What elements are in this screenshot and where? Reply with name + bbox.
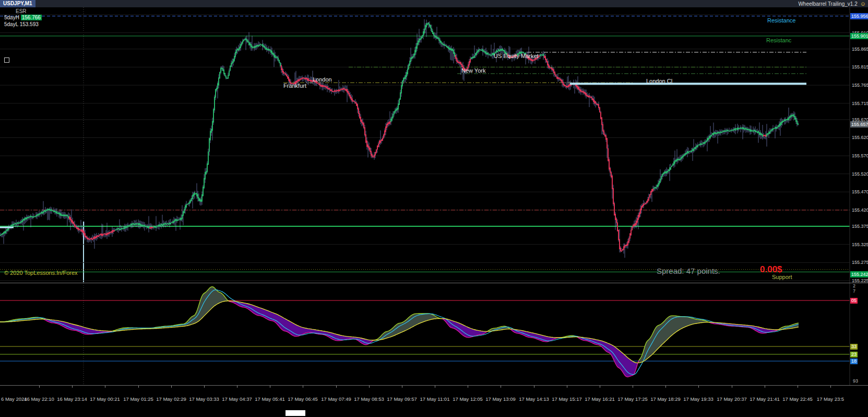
time-axis-label: 17 May 09:57 xyxy=(387,396,417,402)
time-axis-label: 17 May 07:49 xyxy=(321,396,351,402)
osc-level-marker: 18 xyxy=(850,358,858,364)
subwindow-separator-top[interactable] xyxy=(0,283,868,283)
resistance2-label: Resistanc xyxy=(766,37,791,43)
resistance2-price-marker: 155.901 xyxy=(850,33,868,39)
time-axis-tick xyxy=(72,386,73,388)
price-tick-label: 155.325 xyxy=(852,242,868,247)
osc-level-marker: 05 xyxy=(850,298,858,304)
candles-up xyxy=(0,22,799,236)
time-axis-tick xyxy=(303,386,303,388)
h-scrollbar-thumb[interactable] xyxy=(286,410,305,416)
time-axis-label: 17 May 23:5 xyxy=(817,396,844,402)
time-axis-tick xyxy=(665,386,666,388)
time-axis-label: 17 May 12:05 xyxy=(453,396,483,402)
candle-wicks xyxy=(1,19,798,258)
time-axis-tick xyxy=(798,386,798,388)
time-axis-tick xyxy=(237,386,237,388)
main-chart-layer xyxy=(0,15,850,281)
support-price-marker: 155.242 xyxy=(850,271,868,277)
time-axis-tick xyxy=(633,386,633,388)
time-axis-label: 17 May 16:21 xyxy=(585,396,615,402)
osc-level-marker: 33 xyxy=(850,344,858,350)
time-axis-label: 17 May 04:37 xyxy=(222,396,252,402)
time-axis-label: 17 May 03:33 xyxy=(189,396,219,402)
osc-fill-negative xyxy=(229,301,375,345)
price-tick-label: 155.375 xyxy=(852,224,868,229)
resistance-label: Resistance xyxy=(767,17,795,24)
price-tick-label: 155.715 xyxy=(852,101,868,106)
time-axis-tick xyxy=(698,386,699,388)
time-axis-label: 6 May 2024 xyxy=(1,396,27,402)
osc-fill-negative xyxy=(44,319,113,334)
resistance-price-marker: 155.956 xyxy=(850,13,868,19)
time-axis-tick xyxy=(39,386,40,388)
object-anchor[interactable] xyxy=(4,57,9,63)
time-axis-tick xyxy=(171,386,172,388)
price-tick-label: 155.520 xyxy=(852,171,868,177)
time-axis-tick xyxy=(336,386,337,388)
price-tick-label: 155.815 xyxy=(852,64,868,70)
five-day-low-label: 5dayL xyxy=(4,21,18,27)
time-axis-tick xyxy=(402,386,402,388)
time-axis-tick xyxy=(270,386,270,388)
time-axis-tick xyxy=(435,386,435,388)
five-day-high-label: 5dayH xyxy=(4,15,19,20)
chart-canvas[interactable] xyxy=(0,0,868,417)
osc-scale-label: 2 xyxy=(853,283,855,288)
time-axis-tick xyxy=(534,386,534,388)
time-axis-tick xyxy=(369,386,370,388)
session-label: London Cl xyxy=(646,78,672,84)
esr-label: ESR xyxy=(16,8,27,14)
price-tick-label: 155.470 xyxy=(852,189,868,194)
symbol-timeframe-label: USDJPY,M1 xyxy=(0,0,35,7)
profit-label: 0.00$ xyxy=(760,264,782,275)
price-tick-label: 155.620 xyxy=(852,135,868,140)
chart-title-bar: USDJPY,M1 Wheelbarrel Trailing_v1.2 ☺ xyxy=(0,0,868,7)
time-axis-tick xyxy=(105,386,105,388)
smiley-icon[interactable]: ☺ xyxy=(860,1,866,7)
time-axis-label: 17 May 20:37 xyxy=(717,396,747,402)
five-day-low-value: 153.593 xyxy=(20,21,39,27)
time-axis-label: 17 May 15:17 xyxy=(552,396,582,402)
time-axis-tick xyxy=(204,386,205,388)
price-tick-label: 155.765 xyxy=(852,83,868,88)
osc-level-marker: 23 xyxy=(850,352,858,357)
mt4-chart-window: USDJPY,M1 Wheelbarrel Trailing_v1.2 ☺ ES… xyxy=(0,0,868,417)
subwindow-separator-bottom[interactable] xyxy=(0,385,868,386)
session-label: London xyxy=(313,76,332,83)
five-day-high: 5dayH 156.766 xyxy=(4,15,42,20)
time-axis-label: 17 May 17:25 xyxy=(617,396,648,402)
time-axis-tick xyxy=(830,386,831,388)
five-day-high-value: 156.766 xyxy=(21,15,42,20)
time-axis-label: 17 May 01:25 xyxy=(123,396,153,402)
time-axis-label: 17 May 14:13 xyxy=(519,396,549,402)
title-bar-right: Wheelbarrel Trailing_v1.2 ☺ xyxy=(798,1,868,7)
current-price-marker: 155.657 xyxy=(850,121,868,128)
time-axis-tick xyxy=(765,386,765,388)
time-axis-label: 17 May 08:53 xyxy=(354,396,384,402)
time-axis-label: 17 May 22:45 xyxy=(782,396,813,402)
session-label: Frankfurt xyxy=(283,83,306,89)
time-axis-tick xyxy=(732,386,732,388)
price-tick-label: 155.865 xyxy=(852,47,868,52)
time-axis-tick xyxy=(567,386,567,388)
indicator-name-label: Wheelbarrel Trailing_v1.2 xyxy=(798,1,857,7)
time-axis-tick xyxy=(501,386,501,388)
price-tick-label: 155.225 xyxy=(852,278,868,283)
time-axis-tick xyxy=(468,386,468,388)
session-label: US Equity Market xyxy=(494,53,539,59)
time-axis-label: 17 May 00:21 xyxy=(90,396,120,402)
time-axis-label: 17 May 13:09 xyxy=(485,396,516,402)
price-tick-label: 155.275 xyxy=(852,260,868,265)
oscillator-layer xyxy=(0,287,850,377)
osc-fill-negative xyxy=(577,337,639,377)
time-axis-label: 17 May 11:01 xyxy=(420,396,450,402)
osc-scale-label: 7 xyxy=(853,288,855,294)
time-axis-label: 17 May 18:29 xyxy=(650,396,681,402)
price-tick-label: 155.420 xyxy=(852,207,868,213)
time-axis-label: 17 May 02:29 xyxy=(156,396,186,402)
time-axis-label: 16 May 23:14 xyxy=(57,396,87,402)
osc-scale-label: 93 xyxy=(853,378,858,384)
spread-label: Spread: 47 points. xyxy=(657,267,720,275)
price-tick-label: 155.570 xyxy=(852,153,868,158)
